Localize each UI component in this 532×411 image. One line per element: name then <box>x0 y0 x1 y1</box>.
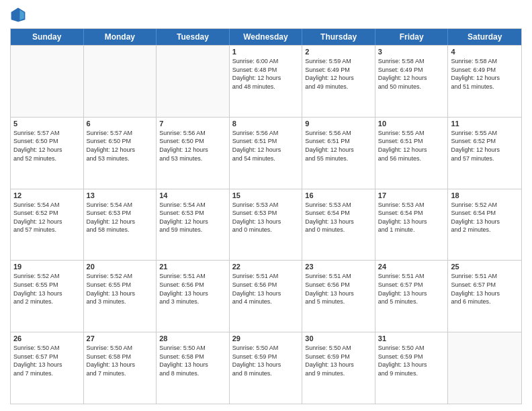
cell-info: Sunrise: 5:51 AMSunset: 6:56 PMDaylight:… <box>305 272 372 306</box>
cell-info: Sunrise: 5:57 AMSunset: 6:50 PMDaylight:… <box>87 129 154 163</box>
day-number: 26 <box>13 334 81 342</box>
calendar-cell: 13Sunrise: 5:54 AMSunset: 6:53 PMDayligh… <box>84 189 157 261</box>
day-number: 19 <box>13 263 81 271</box>
calendar-row-1: 5Sunrise: 5:57 AMSunset: 6:50 PMDaylight… <box>11 117 521 189</box>
cell-info: Sunrise: 5:53 AMSunset: 6:54 PMDaylight:… <box>378 201 445 234</box>
cell-info: Sunrise: 5:53 AMSunset: 6:54 PMDaylight:… <box>305 201 372 234</box>
day-number: 11 <box>451 120 519 128</box>
cell-info: Sunrise: 5:50 AMSunset: 6:58 PMDaylight:… <box>159 344 226 377</box>
day-number: 14 <box>159 191 226 199</box>
calendar-cell: 2Sunrise: 5:59 AMSunset: 6:49 PMDaylight… <box>302 46 375 117</box>
cell-info: Sunrise: 5:56 AMSunset: 6:51 PMDaylight:… <box>232 129 300 163</box>
calendar-cell: 28Sunrise: 5:50 AMSunset: 6:58 PMDayligh… <box>157 332 230 404</box>
calendar-body: 1Sunrise: 6:00 AMSunset: 6:48 PMDaylight… <box>11 45 521 404</box>
day-number: 17 <box>378 191 445 199</box>
calendar-cell: 26Sunrise: 5:50 AMSunset: 6:57 PMDayligh… <box>11 332 84 404</box>
calendar-cell: 10Sunrise: 5:55 AMSunset: 6:51 PMDayligh… <box>375 118 449 189</box>
calendar-row-4: 26Sunrise: 5:50 AMSunset: 6:57 PMDayligh… <box>11 332 521 404</box>
cell-info: Sunrise: 5:52 AMSunset: 6:55 PMDaylight:… <box>13 272 81 306</box>
cell-info: Sunrise: 5:57 AMSunset: 6:50 PMDaylight:… <box>13 129 81 163</box>
day-number: 21 <box>159 263 226 271</box>
calendar-cell <box>448 332 521 404</box>
calendar-cell: 24Sunrise: 5:51 AMSunset: 6:57 PMDayligh… <box>375 261 449 332</box>
calendar-cell: 27Sunrise: 5:50 AMSunset: 6:58 PMDayligh… <box>84 332 157 404</box>
calendar-cell: 11Sunrise: 5:55 AMSunset: 6:52 PMDayligh… <box>448 118 521 189</box>
weekday-header-tuesday: Tuesday <box>157 29 230 45</box>
day-number: 10 <box>378 120 445 128</box>
weekday-header-friday: Friday <box>375 29 449 45</box>
calendar-cell: 8Sunrise: 5:56 AMSunset: 6:51 PMDaylight… <box>230 118 303 189</box>
calendar-cell <box>84 46 157 117</box>
calendar-cell: 29Sunrise: 5:50 AMSunset: 6:59 PMDayligh… <box>230 332 303 404</box>
day-number: 24 <box>378 263 445 271</box>
cell-info: Sunrise: 5:54 AMSunset: 6:52 PMDaylight:… <box>13 201 81 234</box>
cell-info: Sunrise: 5:53 AMSunset: 6:53 PMDaylight:… <box>232 201 300 234</box>
weekday-header-saturday: Saturday <box>448 29 521 45</box>
day-number: 15 <box>232 191 300 199</box>
day-number: 23 <box>305 263 372 271</box>
day-number: 3 <box>378 48 445 56</box>
cell-info: Sunrise: 5:58 AMSunset: 6:49 PMDaylight:… <box>451 57 519 91</box>
day-number: 22 <box>232 263 300 271</box>
day-number: 8 <box>232 120 300 128</box>
cell-info: Sunrise: 5:51 AMSunset: 6:56 PMDaylight:… <box>159 272 226 306</box>
weekday-header-thursday: Thursday <box>302 29 375 45</box>
logo <box>10 7 29 23</box>
header <box>10 7 522 23</box>
calendar-cell: 30Sunrise: 5:50 AMSunset: 6:59 PMDayligh… <box>302 332 375 404</box>
day-number: 27 <box>87 334 154 342</box>
logo-icon <box>10 7 26 23</box>
calendar-header: SundayMondayTuesdayWednesdayThursdayFrid… <box>11 29 521 45</box>
day-number: 28 <box>159 334 226 342</box>
cell-info: Sunrise: 5:50 AMSunset: 6:59 PMDaylight:… <box>305 344 372 377</box>
calendar-cell: 9Sunrise: 5:56 AMSunset: 6:51 PMDaylight… <box>302 118 375 189</box>
cell-info: Sunrise: 5:54 AMSunset: 6:53 PMDaylight:… <box>159 201 226 234</box>
day-number: 25 <box>451 263 519 271</box>
day-number: 30 <box>305 334 372 342</box>
cell-info: Sunrise: 5:56 AMSunset: 6:50 PMDaylight:… <box>159 129 226 163</box>
calendar-cell: 1Sunrise: 6:00 AMSunset: 6:48 PMDaylight… <box>230 46 303 117</box>
day-number: 5 <box>13 120 81 128</box>
calendar-cell: 6Sunrise: 5:57 AMSunset: 6:50 PMDaylight… <box>84 118 157 189</box>
day-number: 9 <box>305 120 372 128</box>
calendar-row-2: 12Sunrise: 5:54 AMSunset: 6:52 PMDayligh… <box>11 189 521 261</box>
calendar-cell: 14Sunrise: 5:54 AMSunset: 6:53 PMDayligh… <box>157 189 230 261</box>
calendar-cell: 18Sunrise: 5:52 AMSunset: 6:54 PMDayligh… <box>448 189 521 261</box>
calendar-cell: 22Sunrise: 5:51 AMSunset: 6:56 PMDayligh… <box>230 261 303 332</box>
calendar-cell: 16Sunrise: 5:53 AMSunset: 6:54 PMDayligh… <box>302 189 375 261</box>
calendar-cell: 21Sunrise: 5:51 AMSunset: 6:56 PMDayligh… <box>157 261 230 332</box>
day-number: 13 <box>87 191 154 199</box>
calendar-cell: 12Sunrise: 5:54 AMSunset: 6:52 PMDayligh… <box>11 189 84 261</box>
cell-info: Sunrise: 5:51 AMSunset: 6:56 PMDaylight:… <box>232 272 300 306</box>
calendar-cell: 15Sunrise: 5:53 AMSunset: 6:53 PMDayligh… <box>230 189 303 261</box>
day-number: 7 <box>159 120 226 128</box>
calendar-cell: 25Sunrise: 5:51 AMSunset: 6:57 PMDayligh… <box>448 261 521 332</box>
calendar-row-0: 1Sunrise: 6:00 AMSunset: 6:48 PMDaylight… <box>11 45 521 117</box>
calendar-cell: 17Sunrise: 5:53 AMSunset: 6:54 PMDayligh… <box>375 189 449 261</box>
calendar-cell: 5Sunrise: 5:57 AMSunset: 6:50 PMDaylight… <box>11 118 84 189</box>
calendar-cell: 20Sunrise: 5:52 AMSunset: 6:55 PMDayligh… <box>84 261 157 332</box>
calendar-cell <box>11 46 84 117</box>
cell-info: Sunrise: 5:50 AMSunset: 6:59 PMDaylight:… <box>232 344 300 377</box>
cell-info: Sunrise: 5:52 AMSunset: 6:54 PMDaylight:… <box>451 201 519 234</box>
cell-info: Sunrise: 5:51 AMSunset: 6:57 PMDaylight:… <box>378 272 445 306</box>
cell-info: Sunrise: 5:59 AMSunset: 6:49 PMDaylight:… <box>305 57 372 91</box>
day-number: 18 <box>451 191 519 199</box>
day-number: 12 <box>13 191 81 199</box>
day-number: 6 <box>87 120 154 128</box>
calendar-row-3: 19Sunrise: 5:52 AMSunset: 6:55 PMDayligh… <box>11 260 521 332</box>
day-number: 31 <box>378 334 445 342</box>
calendar-cell: 19Sunrise: 5:52 AMSunset: 6:55 PMDayligh… <box>11 261 84 332</box>
cell-info: Sunrise: 5:50 AMSunset: 6:58 PMDaylight:… <box>87 344 154 377</box>
day-number: 4 <box>451 48 519 56</box>
cell-info: Sunrise: 5:56 AMSunset: 6:51 PMDaylight:… <box>305 129 372 163</box>
cell-info: Sunrise: 5:55 AMSunset: 6:51 PMDaylight:… <box>378 129 445 163</box>
cell-info: Sunrise: 5:51 AMSunset: 6:57 PMDaylight:… <box>451 272 519 306</box>
cell-info: Sunrise: 5:50 AMSunset: 6:59 PMDaylight:… <box>378 344 445 377</box>
weekday-header-wednesday: Wednesday <box>230 29 303 45</box>
day-number: 16 <box>305 191 372 199</box>
day-number: 29 <box>232 334 300 342</box>
cell-info: Sunrise: 5:52 AMSunset: 6:55 PMDaylight:… <box>87 272 154 306</box>
cell-info: Sunrise: 5:55 AMSunset: 6:52 PMDaylight:… <box>451 129 519 163</box>
cell-info: Sunrise: 5:58 AMSunset: 6:49 PMDaylight:… <box>378 57 445 91</box>
